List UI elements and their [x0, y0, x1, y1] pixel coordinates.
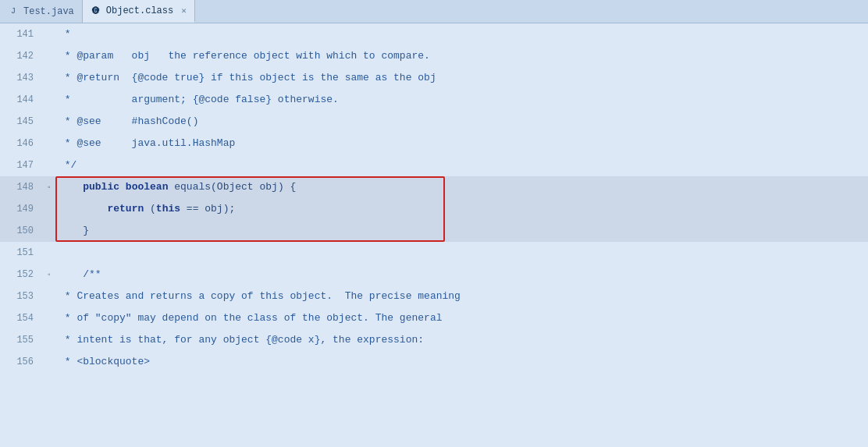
code-line: 149 return (this == obj);: [0, 198, 868, 220]
tab-bar: J Test.java 🅒 Object.class ✕: [0, 0, 868, 23]
code-line: 148◦ public boolean equals(Object obj) {: [0, 176, 868, 198]
code-line: 147 */: [0, 154, 868, 176]
line-number: 156: [0, 351, 43, 373]
line-number: 152: [0, 264, 43, 286]
code-line: 145 * @see #hashCode(): [0, 111, 868, 133]
line-content: * @return {@code true} if this object is…: [55, 67, 868, 89]
line-content: *: [55, 23, 868, 45]
line-marker: ◦: [43, 183, 55, 192]
line-number: 146: [0, 133, 43, 154]
line-number: 153: [0, 286, 43, 307]
line-number: 144: [0, 89, 43, 111]
code-line: 155 * intent is that, for any object {@c…: [0, 329, 868, 351]
line-number: 143: [0, 67, 43, 89]
tab-close-button[interactable]: ✕: [181, 5, 187, 16]
code-line: 154 * of "copy" may depend on the class …: [0, 307, 868, 329]
code-lines: 141 *142 * @param obj the reference obje…: [0, 23, 868, 447]
line-number: 145: [0, 111, 43, 133]
line-content: * Creates and returns a copy of this obj…: [55, 286, 868, 307]
tab-test-java[interactable]: J Test.java: [0, 0, 83, 23]
line-number: 151: [0, 242, 43, 264]
editor-container: J Test.java 🅒 Object.class ✕ 141 *142 * …: [0, 0, 868, 447]
line-number: 154: [0, 307, 43, 329]
line-content: }: [55, 220, 868, 242]
line-content: /**: [55, 264, 868, 286]
code-area: 141 *142 * @param obj the reference obje…: [0, 23, 868, 447]
code-line: 143 * @return {@code true} if this objec…: [0, 67, 868, 89]
line-number: 141: [0, 23, 43, 45]
code-line: 142 * @param obj the reference object wi…: [0, 45, 868, 67]
line-number: 150: [0, 220, 43, 242]
line-content: * intent is that, for any object {@code …: [55, 329, 868, 351]
line-number: 142: [0, 45, 43, 67]
code-line: 146 * @see java.util.HashMap: [0, 133, 868, 154]
code-line: 151: [0, 242, 868, 264]
line-content: * of "copy" may depend on the class of t…: [55, 307, 868, 329]
line-content: */: [55, 154, 868, 176]
line-content: * @see #hashCode(): [55, 111, 868, 133]
line-content: return (this == obj);: [55, 198, 868, 220]
java-file-icon: J: [8, 6, 19, 17]
line-content: * <blockquote>: [55, 351, 868, 373]
tab-label-object-class: Object.class: [106, 5, 173, 16]
code-line: 144 * argument; {@code false} otherwise.: [0, 89, 868, 111]
class-file-icon: 🅒: [91, 5, 101, 16]
line-number: 155: [0, 329, 43, 351]
line-content: * argument; {@code false} otherwise.: [55, 89, 868, 111]
line-number: 148: [0, 176, 43, 198]
line-number: 149: [0, 198, 43, 220]
tab-object-class[interactable]: 🅒 Object.class ✕: [83, 0, 195, 23]
code-line: 150 }: [0, 220, 868, 242]
tab-label-test-java: Test.java: [23, 6, 74, 17]
line-marker: ◦: [43, 271, 55, 279]
code-line: 141 *: [0, 23, 868, 45]
line-number: 147: [0, 154, 43, 176]
line-content: * @param obj the reference object with w…: [55, 45, 868, 67]
line-content: * @see java.util.HashMap: [55, 133, 868, 154]
code-line: 152◦ /**: [0, 264, 868, 286]
code-line: 153 * Creates and returns a copy of this…: [0, 286, 868, 307]
code-line: 156 * <blockquote>: [0, 351, 868, 373]
line-content: public boolean equals(Object obj) {: [55, 176, 868, 198]
